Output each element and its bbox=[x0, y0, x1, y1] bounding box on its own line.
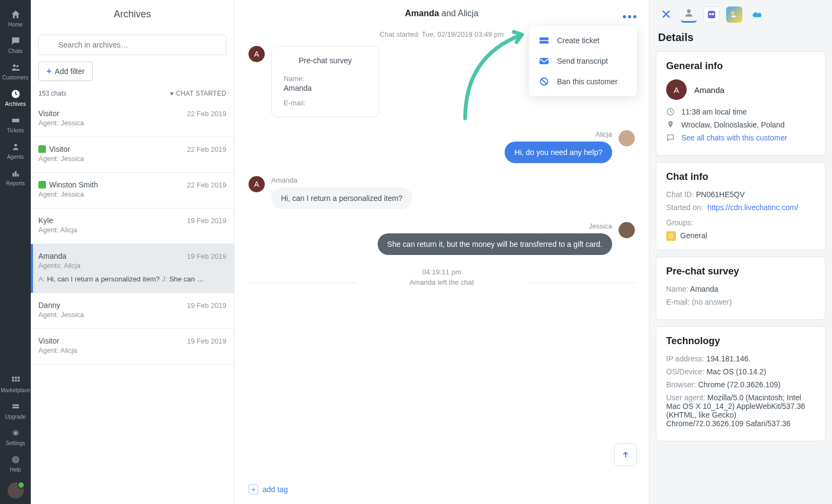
more-menu-button[interactable]: ••• bbox=[622, 10, 638, 24]
chat-header: Amanda and Alicja ••• bbox=[234, 0, 649, 27]
svg-rect-9 bbox=[17, 377, 19, 379]
archive-preview: A: Hi, can I return a personalized item?… bbox=[38, 275, 226, 283]
archive-item[interactable]: Visitor19 Feb 2019 Agent: Alicja bbox=[31, 329, 234, 365]
details-tab-app2[interactable] bbox=[726, 6, 742, 23]
archive-agent: Agent: Alicja bbox=[38, 226, 226, 234]
nav-label: Upgrade bbox=[5, 414, 25, 420]
chat-actions-menu: Create ticket Send transcript Ban this c… bbox=[529, 26, 637, 96]
nav-agents[interactable]: Agents bbox=[0, 138, 31, 164]
archive-date: 19 Feb 2019 bbox=[187, 301, 226, 310]
browser: Chrome (72.0.3626.109) bbox=[698, 380, 781, 389]
chat-system-message: Amanda left the chat bbox=[249, 278, 635, 286]
archive-item[interactable]: Visitor22 Feb 2019 Agent: Jessica bbox=[31, 137, 234, 173]
svg-rect-10 bbox=[12, 380, 14, 382]
nav-home[interactable]: Home bbox=[0, 5, 31, 32]
caret-down-icon: ▾ bbox=[170, 90, 173, 97]
menu-label: Send transcript bbox=[557, 57, 608, 65]
archive-name: Danny bbox=[38, 301, 60, 310]
ticket-icon bbox=[10, 115, 22, 126]
chat-title: Amanda and Alicja bbox=[405, 9, 478, 18]
nav-help[interactable]: ?Help bbox=[0, 451, 31, 477]
ban-customer-item[interactable]: Ban this customer bbox=[529, 71, 637, 92]
details-panel: ✕ Details General info A Amanda 11:38 am… bbox=[649, 0, 832, 504]
scroll-up-button[interactable] bbox=[614, 443, 637, 466]
archive-date: 19 Feb 2019 bbox=[187, 252, 226, 260]
customer-name: Amanda bbox=[694, 85, 724, 95]
archive-item[interactable]: Winston Smith22 Feb 2019 Agent: Jessica bbox=[31, 173, 234, 209]
groups-label: Groups: bbox=[666, 218, 693, 227]
svg-rect-19 bbox=[540, 37, 549, 40]
group-name: General bbox=[680, 231, 707, 240]
nav-marketplace[interactable]: Marketplace bbox=[0, 371, 31, 398]
customer-avatar: A bbox=[249, 46, 265, 62]
archive-item[interactable]: Danny19 Feb 2019 Agent: Jessica bbox=[31, 293, 234, 329]
grid-icon bbox=[10, 374, 22, 386]
svg-point-1 bbox=[16, 65, 18, 67]
svg-rect-14 bbox=[12, 407, 19, 408]
menu-label: Ban this customer bbox=[557, 77, 618, 86]
nav-label: Customers bbox=[2, 75, 28, 80]
archive-agent: Agent: Jessica bbox=[38, 311, 226, 319]
thumb-up-icon bbox=[38, 145, 46, 153]
technology-card: Technology IP address: 194.181.146. OS/D… bbox=[656, 326, 826, 441]
nav-upgrade[interactable]: Upgrade bbox=[0, 398, 31, 424]
thumb-up-icon bbox=[38, 181, 46, 189]
sort-button[interactable]: ▾CHAT STARTED bbox=[170, 90, 226, 97]
survey-name: Amanda bbox=[690, 285, 718, 293]
details-tab-person[interactable] bbox=[681, 6, 697, 23]
svg-point-0 bbox=[13, 64, 16, 67]
svg-point-27 bbox=[731, 11, 734, 15]
agent-avatar bbox=[619, 130, 635, 146]
details-tabs: ✕ bbox=[649, 0, 832, 28]
nav-tickets[interactable]: Tickets bbox=[0, 111, 31, 138]
ban-icon bbox=[539, 77, 549, 86]
create-ticket-item[interactable]: Create ticket bbox=[529, 30, 637, 51]
details-tab-app1[interactable] bbox=[703, 6, 720, 23]
svg-rect-24 bbox=[708, 11, 715, 18]
nav-label: Home bbox=[8, 22, 23, 28]
add-tag-button[interactable]: + add tag bbox=[234, 478, 649, 504]
nav-customers[interactable]: Customers bbox=[0, 58, 31, 85]
archive-date: 22 Feb 2019 bbox=[187, 110, 226, 118]
archive-name: Visitor bbox=[49, 145, 70, 153]
send-transcript-item[interactable]: Send transcript bbox=[529, 51, 637, 71]
user-avatar[interactable] bbox=[8, 482, 24, 499]
archive-item[interactable]: Kyle19 Feb 2019 Agent: Alicja bbox=[31, 209, 234, 244]
customer-location: Wroclaw, Dolnoslaskie, Poland bbox=[681, 120, 784, 129]
nav-archives[interactable]: Archives bbox=[0, 85, 31, 111]
details-tab-app3[interactable] bbox=[749, 6, 765, 23]
message-bubble: She can return it, but the money will be… bbox=[378, 233, 612, 255]
nav-label: Tickets bbox=[7, 127, 24, 133]
local-time: 11:38 am local time bbox=[681, 107, 747, 116]
started-on-link[interactable]: https://cdn.livechatinc.com/ bbox=[707, 203, 798, 212]
add-tag-label: add tag bbox=[263, 485, 288, 494]
sort-label: CHAT STARTED bbox=[176, 90, 226, 97]
archive-agent: Agent: Jessica bbox=[38, 190, 226, 198]
chat-icon bbox=[666, 133, 676, 142]
archive-date: 19 Feb 2019 bbox=[187, 337, 226, 345]
archive-item-selected[interactable]: Amanda19 Feb 2019 Agents: Alicja A: Hi, … bbox=[31, 244, 234, 293]
nav-settings[interactable]: Settings bbox=[0, 424, 31, 451]
nav-chats[interactable]: Chats bbox=[0, 32, 31, 58]
archive-name: Kyle bbox=[38, 216, 53, 225]
survey-email: (no answer) bbox=[692, 298, 732, 306]
svg-point-23 bbox=[687, 9, 691, 13]
add-filter-button[interactable]: +Add filter bbox=[38, 62, 93, 81]
nav-label: Help bbox=[10, 467, 21, 473]
svg-point-25 bbox=[709, 13, 711, 15]
svg-rect-13 bbox=[12, 405, 19, 406]
close-details-button[interactable]: ✕ bbox=[658, 6, 674, 23]
svg-rect-5 bbox=[15, 171, 16, 177]
add-filter-label: Add filter bbox=[55, 67, 84, 76]
svg-rect-6 bbox=[17, 174, 18, 177]
archive-agent: Agent: Alicja bbox=[38, 346, 226, 354]
archive-item[interactable]: Visitor22 Feb 2019 Agent: Jessica bbox=[31, 102, 234, 137]
nav-reports[interactable]: Reports bbox=[0, 164, 31, 191]
nav-label: Settings bbox=[5, 440, 25, 446]
archive-date: 22 Feb 2019 bbox=[187, 181, 226, 189]
pre-chat-survey-card: Pre-chat survey Name: Amanda E-mail: bbox=[271, 46, 379, 117]
nav-label: Chats bbox=[8, 48, 22, 54]
general-info-card: General info A Amanda 11:38 am local tim… bbox=[656, 51, 826, 156]
see-all-chats-link[interactable]: See all chats with this customer bbox=[681, 133, 787, 142]
search-input[interactable] bbox=[38, 35, 226, 55]
